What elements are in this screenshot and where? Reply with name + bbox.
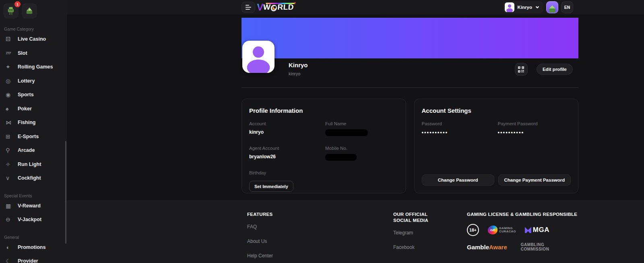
section-label-general: General [0,227,67,240]
provider-crescent-icon: ☾ [6,258,18,263]
footer-features-column: FEATURES FAQ About Us Help Center [247,211,328,263]
profile-avatar[interactable] [242,41,275,73]
sidebar-item-cockfight[interactable]: ∨ Cockfight [0,171,67,185]
green-mascot-icon [6,6,16,16]
footer: FEATURES FAQ About Us Help Center OUR OF… [67,200,644,263]
sidebar-item-e-sports[interactable]: ⊞ E-Sports [0,130,67,144]
field-payment-password: Payment Password •••••••••• [498,121,571,135]
green-mascot-icon [548,4,557,13]
gc-mark-icon: GC [488,226,497,234]
sidebar-item-lottery[interactable]: ◎ Lottery [0,74,67,88]
main-content: Kinryo kinryo Edit profile Profi [242,18,578,193]
mascot-secondary-button[interactable] [22,3,37,19]
section-divider [242,87,578,88]
menu-icon [246,5,249,6]
change-payment-password-button[interactable]: Change Payment Password [498,174,571,186]
mga-logo: MGA [525,226,549,234]
mascot-reward-button[interactable] [546,1,558,13]
crescent-moon-icon [272,6,276,10]
sidebar-item-live-casino[interactable]: ⚄ Live Casino [0,32,67,46]
sidebar-item-fishing[interactable]: ⋈ Fishing [0,116,67,130]
field-password: Password •••••••••• [422,121,498,135]
header-right-group: Kinryo EN [503,1,573,13]
footer-heading-license: GAMING LICENSE & GAMBLING RESPONSIBLE [467,211,600,217]
card-title: Account Settings [422,107,571,114]
redacted-mobile-number [325,154,357,161]
edit-profile-button[interactable]: Edit profile [537,64,573,75]
footer-license-column: GAMING LICENSE & GAMBLING RESPONSIBLE 18… [467,211,600,251]
field-full-name: Full Name [325,121,398,136]
menu-toggle-button[interactable] [242,2,255,13]
footer-link-telegram[interactable]: Telegram [393,230,442,236]
user-menu[interactable]: Kinryo [503,1,543,13]
card-title: Profile Information [249,107,398,114]
sidebar-item-sports[interactable]: ◉ Sports [0,88,67,102]
field-account: Account kinryo [249,121,325,136]
sidebar-item-provider[interactable]: ☾ Provider [0,254,67,263]
profile-actions: Edit profile [515,63,573,76]
footer-social-column: OUR OFFICIAL SOCIAL MEDIA Telegram Faceb… [393,211,442,259]
dice-icon: ⚄ [6,36,18,42]
qr-code-button[interactable] [515,63,528,76]
cards-icon: ♠ [6,106,18,112]
lottery-ball-icon: ◎ [6,78,18,84]
avatar [505,2,514,12]
gift-icon: ▦ [6,203,18,209]
gambleaware-logo: GambleAware [467,244,507,251]
sidebar-item-arcade[interactable]: ⚲ Arcade [0,143,67,157]
notification-badge: 1 [14,1,21,7]
language-button[interactable]: EN [561,1,573,13]
mga-mark-icon [525,227,531,233]
mascot-notification-button[interactable]: 1 [3,3,19,19]
account-settings-card: Account Settings Password •••••••••• Pay… [414,99,579,193]
sidebar-item-poker[interactable]: ♠ Poker [0,102,67,116]
profile-banner [242,18,578,58]
gamepad-icon: ⊞ [6,133,18,140]
profile-username: kinryo [289,71,308,76]
profile-information-card: Profile Information Account kinryo Full … [242,99,406,193]
gambling-commission-logo: GAMBLING COMMISSION [521,242,549,251]
joystick-icon: ⚲ [6,147,18,153]
page: 1 Game Category ⚄ Live Casino 777 Slot ✦… [0,0,644,263]
sparkle-icon: ✧ [6,161,18,168]
sidebar-item-rolling-games[interactable]: ✦ Rolling Games [0,60,67,74]
star-icon: ✦ [6,64,18,70]
field-mobile: Mobile No. [325,146,398,161]
footer-link-facebook[interactable]: Facebook [393,244,442,250]
account-value: kinryo [249,129,325,135]
sidebar-item-slot[interactable]: 777 Slot [0,46,67,60]
agent-account-value: bryanlow26 [249,154,325,159]
field-agent-account: Agent Account bryanlow26 [249,146,325,161]
profile-names: Kinryo kinryo [289,62,308,76]
cards-row: Profile Information Account kinryo Full … [242,99,578,193]
section-label-game-category: Game Category [0,19,67,32]
sidebar-item-run-light[interactable]: ✧ Run Light [0,157,67,172]
footer-link-faq[interactable]: FAQ [247,224,328,230]
sidebar-top-buttons: 1 [0,0,67,19]
soccer-ball-icon: ◉ [6,91,18,98]
payment-password-masked-value: •••••••••• [498,129,571,135]
vworld-logo[interactable]: V W RLD [256,1,294,13]
set-birthday-button[interactable]: Set Immediately [249,181,293,192]
field-birthday: Birthday Set Immediately [249,170,325,192]
profile-header-row: Kinryo kinryo Edit profile [242,58,578,87]
logo-moon-o [271,5,277,11]
license-logos-row-1: 18+ GC GAMING CURACAO MGA [467,224,600,236]
qr-code-icon [518,66,524,72]
sidebar-item-promotions[interactable]: ◖ Promotions [0,240,67,255]
coin-icon: ⊖ [6,216,18,223]
sidebar-item-v-reward[interactable]: ▦ V-Reward [0,199,67,213]
person-icon [242,41,275,73]
sidebar-scrollbar[interactable] [65,141,66,244]
megaphone-icon: ◖ [6,244,18,251]
section-label-special-events: Special Events [0,185,67,199]
redacted-full-name [325,129,368,136]
top-header: V W RLD Kinryo [67,0,644,14]
footer-link-about-us[interactable]: About Us [247,238,328,244]
age-18-plus-icon: 18+ [467,224,479,236]
footer-link-help-center[interactable]: Help Center [247,253,328,259]
change-password-button[interactable]: Change Password [422,174,494,186]
sidebar: 1 Game Category ⚄ Live Casino 777 Slot ✦… [0,0,67,263]
green-hat-mascot-icon [25,6,34,16]
sidebar-item-v-jackpot[interactable]: ⊖ V-Jackpot [0,213,67,227]
